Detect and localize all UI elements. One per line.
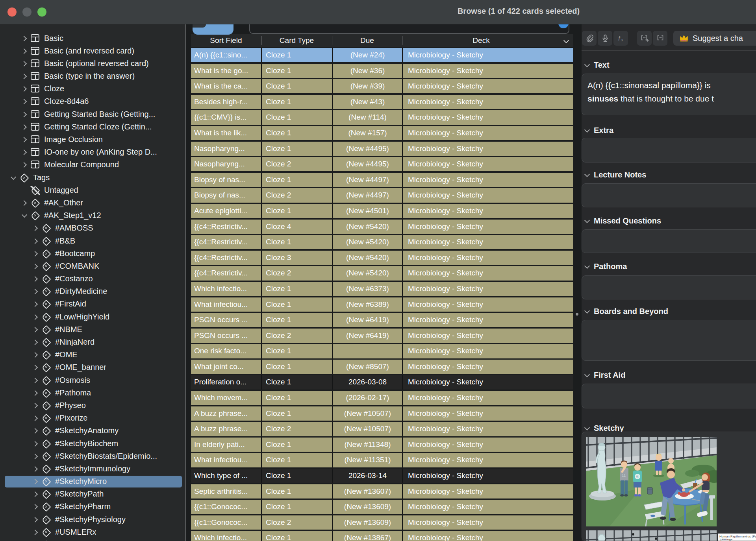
minimize-button[interactable]: [22, 7, 32, 17]
table-row[interactable]: Nasopharyng... Cloze 2 (New #4495) Micro…: [191, 157, 573, 171]
table-row[interactable]: What is the go... Cloze 1 (New #36) Micr…: [191, 64, 573, 78]
table-row[interactable]: PSGN occurs ... Cloze 1 (New #6419) Micr…: [191, 313, 573, 327]
sidebar-item[interactable]: #SketchyBiostats/Epidemio...: [5, 450, 182, 462]
field-header-extra[interactable]: Extra: [582, 125, 613, 135]
table-row[interactable]: In elderly pati... Cloze 1 (New #11348) …: [191, 438, 573, 452]
field-header-boards-and-beyond[interactable]: Boards and Beyond: [582, 306, 668, 316]
expand-chevron-icon[interactable]: [21, 98, 28, 105]
table-row[interactable]: Proliferation o... Cloze 1 2026-03-08 Mi…: [191, 375, 573, 389]
sidebar-item[interactable]: #DirtyMedicine: [5, 286, 182, 297]
record-audio-button[interactable]: [598, 31, 612, 46]
sidebar-item[interactable]: #NBME: [5, 323, 182, 335]
expand-chevron-icon[interactable]: [32, 275, 39, 282]
sidebar-item[interactable]: #Bootcamp: [5, 247, 182, 259]
zoom-button[interactable]: [37, 7, 46, 17]
field-sketchy[interactable]: 11 6: [582, 432, 756, 541]
expand-chevron-icon[interactable]: [32, 250, 39, 257]
table-row[interactable]: {{c4::Restrictiv... Cloze 3 (New #5420) …: [191, 251, 573, 265]
sidebar-item[interactable]: #NinjaNerd: [5, 336, 182, 348]
header-sort-field[interactable]: Sort Field: [191, 36, 261, 45]
sidebar-item[interactable]: #Osmosis: [5, 374, 182, 386]
table-row[interactable]: Biopsy of nas... Cloze 1 (New #4497) Mic…: [191, 173, 573, 187]
table-row[interactable]: {{c4::Restrictiv... Cloze 1 (New #5420) …: [191, 235, 573, 249]
expand-chevron-icon[interactable]: [21, 85, 28, 92]
expand-chevron-icon[interactable]: [32, 478, 39, 485]
table-row[interactable]: Biopsy of nas... Cloze 2 (New #4497) Mic…: [191, 188, 573, 202]
sidebar-item[interactable]: #FirstAid: [5, 298, 182, 310]
sidebar-item[interactable]: #B&B: [5, 235, 182, 247]
table-row[interactable]: {{c4::Restrictiv... Cloze 2 (New #5420) …: [191, 266, 573, 280]
field-pathoma[interactable]: [582, 275, 756, 299]
field-extra[interactable]: [582, 138, 756, 162]
expand-chevron-icon[interactable]: [10, 174, 17, 181]
expand-chevron-icon[interactable]: [32, 314, 39, 320]
expand-chevron-icon[interactable]: [32, 339, 39, 345]
table-row[interactable]: {{c1::Gonococ... Cloze 2 (New #13609) Mi…: [191, 515, 573, 530]
sidebar-item[interactable]: #AK_Step1_v12: [5, 210, 182, 222]
table-row[interactable]: What is the ca... Cloze 1 (New #39) Micr…: [191, 79, 573, 93]
table-row[interactable]: Septic arthritis... Cloze 1 (New #13607)…: [191, 484, 573, 499]
collapse-chevron-icon[interactable]: [584, 172, 590, 178]
expand-chevron-icon[interactable]: [21, 124, 28, 130]
expand-chevron-icon[interactable]: [32, 465, 39, 472]
table-row[interactable]: {{c4::Restrictiv... Cloze 4 (New #5420) …: [191, 220, 573, 234]
sidebar-item[interactable]: #SketchyPath: [5, 488, 182, 500]
table-row[interactable]: {{c1::CMV}} is... Cloze 1 (New #114) Mic…: [191, 110, 573, 124]
expand-chevron-icon[interactable]: [32, 301, 39, 307]
table-row[interactable]: What joint co... Cloze 1 (New #8507) Mic…: [191, 360, 573, 374]
table-row[interactable]: Besides high-r... Cloze 1 (New #43) Micr…: [191, 95, 573, 109]
expand-chevron-icon[interactable]: [32, 503, 39, 510]
collapse-chevron-icon[interactable]: [584, 218, 590, 224]
sidebar-item[interactable]: #SketchyMicro: [5, 476, 182, 487]
attach-button[interactable]: [582, 31, 597, 46]
table-row[interactable]: Acute epiglotti... Cloze 1 (New #4501) M…: [191, 204, 573, 218]
expand-chevron-icon[interactable]: [21, 35, 28, 42]
field-boards-and-beyond[interactable]: [582, 320, 756, 361]
cloze-new-button[interactable]: [637, 31, 652, 46]
field-missed-questions[interactable]: [582, 229, 756, 253]
header-due[interactable]: Due: [332, 36, 402, 45]
field-header-lecture-notes[interactable]: Lecture Notes: [582, 170, 646, 180]
expand-chevron-icon[interactable]: [32, 390, 39, 396]
sidebar-item[interactable]: #OME_banner: [5, 362, 182, 373]
collapse-chevron-icon[interactable]: [584, 372, 590, 379]
sidebar-item[interactable]: #Low/HighYield: [5, 311, 182, 323]
sidebar-item[interactable]: #SketchyPhysiology: [5, 513, 182, 525]
header-card-type[interactable]: Card Type: [261, 36, 332, 45]
collapse-chevron-icon[interactable]: [584, 263, 590, 270]
sidebar-item[interactable]: Cloze-8d4a6: [5, 96, 182, 107]
field-header-missed-questions[interactable]: Missed Questions: [582, 216, 661, 226]
table-row[interactable]: {{c1::Gonococ... Cloze 1 (New #13609) Mi…: [191, 500, 573, 514]
expand-chevron-icon[interactable]: [21, 212, 28, 219]
field-header-first-aid[interactable]: First Aid: [582, 370, 625, 380]
sidebar-item[interactable]: #OME: [5, 349, 182, 361]
sidebar-item[interactable]: #SketchyBiochem: [5, 438, 182, 449]
table-row[interactable]: Which movem... Cloze 1 (2026-02-17) Micr…: [191, 391, 573, 405]
expand-chevron-icon[interactable]: [32, 516, 39, 523]
sidebar-item[interactable]: Basic (and reversed card): [5, 45, 182, 57]
expand-chevron-icon[interactable]: [32, 326, 39, 333]
table-row[interactable]: A buzz phrase... Cloze 1 (New #10507) Mi…: [191, 406, 573, 421]
expand-chevron-icon[interactable]: [32, 491, 39, 497]
expand-chevron-icon[interactable]: [32, 402, 39, 409]
sidebar-item[interactable]: #Physeo: [5, 399, 182, 411]
table-row[interactable]: A buzz phrase... Cloze 2 (New #10507) Mi…: [191, 422, 573, 436]
panel-splitter-handle[interactable]: [576, 313, 578, 316]
expand-chevron-icon[interactable]: [21, 48, 28, 54]
expand-chevron-icon[interactable]: [21, 136, 28, 143]
field-header-pathoma[interactable]: Pathoma: [582, 261, 627, 271]
field-header-text[interactable]: Text: [582, 60, 610, 70]
collapse-chevron-icon[interactable]: [584, 62, 590, 68]
expand-chevron-icon[interactable]: [32, 263, 39, 270]
sidebar-item[interactable]: #SketchyAnatomy: [5, 425, 182, 437]
table-row[interactable]: What infectiou... Cloze 1 (New #11351) M…: [191, 453, 573, 467]
table-row[interactable]: PSGN occurs ... Cloze 2 (New #6419) Micr…: [191, 329, 573, 343]
expand-chevron-icon[interactable]: [32, 377, 39, 384]
expand-chevron-icon[interactable]: [32, 288, 39, 295]
sidebar-item[interactable]: Untagged: [5, 184, 182, 196]
expand-chevron-icon[interactable]: [32, 364, 39, 371]
collapse-chevron-icon[interactable]: [584, 425, 590, 432]
sidebar-splitter[interactable]: [185, 24, 186, 541]
cloze-same-button[interactable]: [653, 31, 667, 46]
header-options-chevron-icon[interactable]: [563, 39, 569, 43]
